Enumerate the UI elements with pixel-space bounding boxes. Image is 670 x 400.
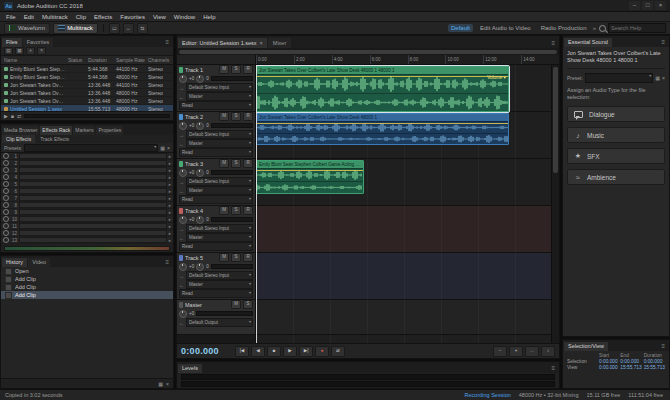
input-select[interactable]: Default Stereo Input xyxy=(186,224,253,233)
input-select[interactable]: Default Stereo Input xyxy=(186,177,253,186)
column-sample-rate[interactable]: Sample Rate xyxy=(116,57,146,63)
selection-start-value[interactable]: 0:00.000 xyxy=(599,359,618,364)
timeline[interactable]: Jon Stewart Takes Over Colbert's Late Sh… xyxy=(256,65,551,343)
pan-knob[interactable] xyxy=(196,75,204,83)
output-select[interactable]: Master xyxy=(186,233,253,242)
vertical-scrollbar[interactable] xyxy=(551,65,559,343)
zoom-horizontal-button[interactable]: ↔ xyxy=(525,346,539,357)
power-icon[interactable] xyxy=(3,188,9,194)
record-arm-button[interactable]: R xyxy=(243,112,253,121)
import-file-icon[interactable]: ▤ xyxy=(4,47,13,55)
maximize-button[interactable]: □ xyxy=(642,1,653,10)
record-arm-button[interactable]: R xyxy=(243,159,253,168)
effects-slot[interactable]: 6 ▸ xyxy=(1,188,173,195)
rack-panel-tab[interactable]: Media Browser xyxy=(2,126,39,135)
rack-mode-tab[interactable]: Track Effects xyxy=(36,135,73,143)
snapshot-icon[interactable]: ▦ xyxy=(158,381,163,387)
solo-button[interactable]: S xyxy=(243,300,253,309)
workspace-tab[interactable]: Radio Production xyxy=(538,24,590,32)
workspace-tab[interactable]: Edit Audio to Video xyxy=(477,24,534,32)
track-name[interactable]: Track 4 xyxy=(185,208,217,214)
audio-clip[interactable]: Jon Stewart Takes Over Colbert's Late Sh… xyxy=(256,66,509,112)
preset-dropdown[interactable] xyxy=(585,73,654,83)
power-icon[interactable] xyxy=(3,160,9,166)
preview-stop-icon[interactable]: ■ xyxy=(11,113,14,119)
ambience-button[interactable]: ≈ Ambience xyxy=(567,169,665,185)
panel-menu-icon[interactable]: ≡ xyxy=(658,39,668,45)
power-icon[interactable] xyxy=(3,237,9,243)
stop-button[interactable]: ■ xyxy=(267,346,281,357)
master-track-header[interactable]: Master M S +0 ← Default Ou xyxy=(177,300,255,335)
selection-duration-value[interactable]: 0:00.000 xyxy=(644,359,665,364)
rewind-button[interactable]: ◀ xyxy=(251,346,265,357)
volume-knob[interactable] xyxy=(179,75,187,83)
automation-mode-select[interactable]: Read xyxy=(179,242,253,251)
power-icon[interactable] xyxy=(3,230,9,236)
menu-item[interactable]: View xyxy=(153,14,166,20)
volume-knob[interactable] xyxy=(179,169,187,177)
rack-mode-tab[interactable]: Clip Effects xyxy=(2,135,35,143)
preview-scrubber[interactable] xyxy=(24,114,170,118)
panel-menu-icon[interactable]: ≡ xyxy=(162,259,172,265)
track-name[interactable]: Track 2 xyxy=(185,114,217,120)
audio-clip[interactable]: Jon Stewart Takes Over Colbert's Late Sh… xyxy=(256,113,509,145)
slot-dropdown[interactable] xyxy=(19,216,167,222)
power-icon[interactable] xyxy=(3,202,9,208)
effects-slot[interactable]: 3 ▸ xyxy=(1,167,173,174)
column-name[interactable]: Name xyxy=(4,57,66,63)
mute-button[interactable]: M xyxy=(219,112,229,121)
slot-dropdown[interactable] xyxy=(19,181,167,187)
waveform-view-button[interactable]: Waveform xyxy=(4,23,50,34)
volume-knob[interactable] xyxy=(179,216,187,224)
tab-levels[interactable]: Levels xyxy=(178,364,202,373)
volume-envelope-line[interactable] xyxy=(257,76,508,77)
volume-envelope-badge[interactable]: Volume ▾ xyxy=(487,75,506,80)
automation-mode-select[interactable]: Read xyxy=(179,289,253,298)
selection-end-value[interactable]: 0:00.000 xyxy=(620,359,641,364)
slot-dropdown[interactable] xyxy=(19,237,167,243)
audio-clip[interactable]: Emily Blunt Sean Stephen Colbert Game Ac… xyxy=(256,160,364,194)
effects-slot[interactable]: 12 ▸ xyxy=(1,230,173,237)
file-row[interactable]: Jon Stewart Takes Over Colbert's Late Sh… xyxy=(1,89,173,97)
slot-dropdown[interactable] xyxy=(19,223,167,229)
effects-slot[interactable]: 13 ▸ xyxy=(1,237,173,244)
multitrack-view-button[interactable]: Multitrack xyxy=(53,23,98,34)
file-row[interactable]: Emily Blunt Sean Stephen Colbert Game Ac… xyxy=(1,73,173,81)
delete-preset-icon[interactable]: × xyxy=(662,75,665,81)
tab-mixer[interactable]: Mixer xyxy=(268,38,291,48)
track-name[interactable]: Track 1 xyxy=(185,67,217,73)
slot-dropdown[interactable] xyxy=(19,153,167,159)
zoom-out-button[interactable]: − xyxy=(493,346,507,357)
automation-mode-select[interactable]: Read xyxy=(179,195,253,204)
panel-menu-icon[interactable]: ≡ xyxy=(548,365,558,371)
slot-dropdown[interactable] xyxy=(19,160,167,166)
mute-button[interactable]: M xyxy=(219,206,229,215)
mute-button[interactable]: M xyxy=(231,300,241,309)
music-button[interactable]: ♪ Music xyxy=(567,127,665,143)
track-name[interactable]: Track 5 xyxy=(185,255,217,261)
track-header[interactable]: Track 1 M S R +0 0 xyxy=(177,65,255,112)
panel-menu-icon[interactable]: ≡ xyxy=(162,39,172,45)
output-select[interactable]: Master xyxy=(186,280,253,289)
master-track-lane[interactable] xyxy=(256,300,551,335)
effects-slot[interactable]: 8 ▸ xyxy=(1,202,173,209)
effects-slot[interactable]: 1 ▸ xyxy=(1,153,173,160)
solo-button[interactable]: S xyxy=(231,112,241,121)
effects-slot[interactable]: 5 ▸ xyxy=(1,181,173,188)
track-header[interactable]: Track 2 M S R +0 0 xyxy=(177,112,255,159)
input-select[interactable]: Default Stereo Input xyxy=(186,271,253,280)
slot-dropdown[interactable] xyxy=(19,174,167,180)
file-row[interactable]: Jon Stewart Takes Over Colbert's Late Sh… xyxy=(1,97,173,105)
track-lane-5[interactable] xyxy=(256,253,551,300)
preview-loop-icon[interactable]: ⇄ xyxy=(17,113,21,119)
track-header[interactable]: Track 4 M S R +0 0 xyxy=(177,206,255,253)
slot-dropdown[interactable] xyxy=(19,195,167,201)
output-select[interactable]: Master xyxy=(186,139,253,148)
preview-play-icon[interactable]: ▶ xyxy=(4,113,8,119)
dialogue-button[interactable]: Dialogue xyxy=(567,106,665,122)
workspace-tab[interactable]: Default xyxy=(448,24,473,32)
view-end-value[interactable]: 15:55.713 xyxy=(620,365,641,370)
slot-dropdown[interactable] xyxy=(19,167,167,173)
slip-tool-icon[interactable]: ⇆ xyxy=(137,23,148,34)
delete-preset-icon[interactable]: × xyxy=(167,145,170,151)
